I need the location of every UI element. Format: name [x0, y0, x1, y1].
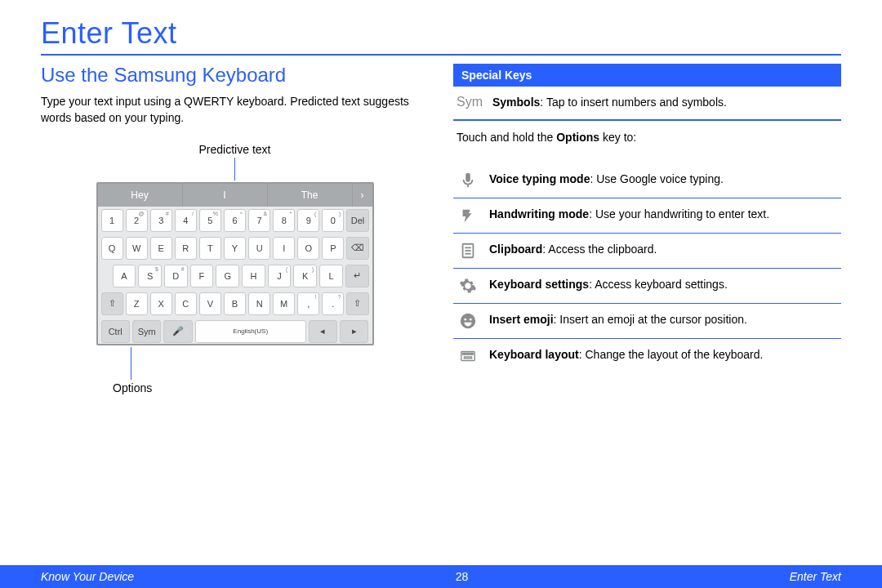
sym-text: Symbols: Tap to insert numbers and symbo…: [492, 95, 838, 111]
option-body: : Change the layout of the keyboard.: [579, 348, 764, 361]
key: K): [293, 265, 317, 287]
callout-line-top: [234, 158, 235, 180]
option-title: Insert emoji: [489, 313, 554, 326]
option-body: : Access the clipboard.: [542, 243, 657, 256]
key: Q: [101, 237, 123, 260]
svg-rect-11: [470, 353, 471, 354]
key: F: [190, 265, 214, 287]
predictive-word: I: [183, 184, 268, 207]
key: 8*: [273, 209, 295, 232]
option-title: Voice typing mode: [489, 172, 590, 185]
sym-title: Symbols: [492, 96, 540, 109]
key: J(: [268, 265, 292, 287]
key: Y: [224, 237, 246, 260]
option-row: Clipboard: Access the clipboard.: [453, 234, 841, 268]
key: ⌫: [346, 237, 368, 260]
option-text: Insert emoji: Insert an emoji at the cur…: [489, 312, 838, 328]
option-text: Handwriting mode: Use your handwriting t…: [489, 207, 838, 223]
svg-point-6: [470, 318, 472, 321]
key: S$: [138, 265, 162, 287]
option-text: Keyboard layout: Change the layout of th…: [489, 347, 838, 363]
key: N: [248, 292, 270, 315]
emoji-icon: [457, 312, 479, 330]
option-row: Handwriting mode: Use your handwriting t…: [453, 198, 841, 233]
key: 3#: [150, 209, 172, 232]
option-row: Keyboard layout: Change the layout of th…: [453, 339, 841, 373]
key: 4/: [175, 209, 197, 232]
key: 5%: [199, 209, 221, 232]
footer-right: Enter Text: [790, 570, 841, 583]
section-body: Type your text input using a QWERTY keyb…: [41, 93, 429, 127]
key: P: [322, 237, 344, 260]
intro-a: Touch and hold the: [457, 131, 556, 144]
key: X: [150, 292, 172, 315]
predictive-word: The: [268, 184, 353, 207]
key: M: [273, 292, 295, 315]
key: 6^: [224, 209, 246, 232]
footer-page: 28: [134, 570, 790, 583]
callout-predictive: Predictive text: [41, 143, 429, 156]
key: ▸: [340, 320, 368, 343]
key: Sym: [132, 320, 161, 343]
key: .?: [322, 292, 344, 315]
key: 🎤: [163, 320, 192, 343]
key: 9(: [297, 209, 319, 232]
option-title: Keyboard layout: [489, 348, 579, 361]
svg-rect-12: [472, 353, 474, 354]
predictive-more: ›: [353, 184, 372, 207]
hold-intro: Touch and hold the Options key to:: [453, 121, 841, 147]
footer-left: Know Your Device: [41, 570, 134, 583]
key: ,!: [297, 292, 319, 315]
left-column: Use the Samsung Keyboard Type your text …: [41, 64, 429, 394]
key: W: [126, 237, 148, 260]
key: English(US): [195, 320, 306, 343]
sym-row: Sym Symbols: Tap to insert numbers and s…: [453, 87, 841, 119]
key: ↵: [345, 265, 369, 287]
key: 1: [101, 209, 123, 232]
key: I: [273, 237, 295, 260]
svg-rect-8: [463, 353, 465, 354]
key: O: [297, 237, 319, 260]
sym-body: : Tap to insert numbers and symbols.: [540, 96, 727, 109]
callout-options: Options: [113, 381, 429, 394]
option-text: Voice typing mode: Use Google voice typi…: [489, 172, 838, 188]
keyboard-illustration: Hey I The › 12@3#4/5%6^7&8*9(0)Del QWERT…: [96, 182, 374, 345]
intro-b: Options: [556, 131, 599, 144]
callout-line-bottom: [131, 347, 131, 380]
key: ◂: [309, 320, 337, 343]
section-heading: Use the Samsung Keyboard: [41, 64, 429, 87]
key: Z: [126, 292, 148, 315]
option-body: : Access keyboard settings.: [589, 278, 728, 291]
predictive-bar: Hey I The ›: [98, 184, 372, 207]
svg-point-5: [464, 318, 466, 321]
title-rule: [41, 54, 841, 56]
key: Del: [346, 209, 368, 232]
gear-icon: [457, 277, 479, 295]
key: U: [248, 237, 270, 260]
option-body: : Insert an emoji at the cursor position…: [554, 313, 747, 326]
key: B: [224, 292, 246, 315]
page-title: Enter Text: [41, 16, 841, 51]
right-column: Special Keys Sym Symbols: Tap to insert …: [453, 64, 841, 394]
keyboard-icon: [457, 347, 479, 365]
key: G: [216, 265, 239, 287]
key: A: [113, 265, 136, 287]
option-title: Keyboard settings: [489, 278, 589, 291]
option-title: Handwriting mode: [489, 207, 589, 220]
svg-rect-9: [465, 353, 466, 354]
option-row: Keyboard settings: Access keyboard setti…: [453, 269, 841, 303]
svg-rect-10: [467, 353, 469, 354]
option-text: Clipboard: Access the clipboard.: [489, 242, 838, 258]
option-row: Insert emoji: Insert an emoji at the cur…: [453, 304, 841, 338]
option-body: : Use Google voice typing.: [590, 172, 723, 185]
page-footer: Know Your Device 28 Enter Text: [0, 565, 882, 588]
key: C: [175, 292, 197, 315]
key: L: [319, 265, 343, 287]
key: V: [199, 292, 221, 315]
special-keys-bar: Special Keys: [453, 64, 841, 87]
key: 0): [322, 209, 344, 232]
predictive-word: Hey: [98, 184, 183, 207]
key: Ctrl: [101, 320, 130, 343]
key: E: [150, 237, 172, 260]
handwriting-icon: [457, 207, 479, 225]
